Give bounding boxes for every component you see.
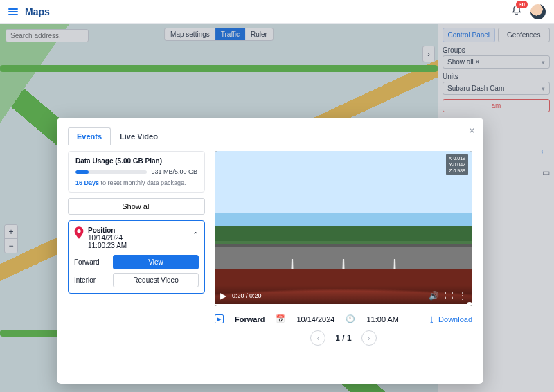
fullscreen-icon[interactable]: ⛶ bbox=[445, 291, 453, 301]
event-card: Position 10/14/2024 11:00:23 AM ⌃ Forwar… bbox=[68, 220, 205, 294]
data-usage-amount: 931 MB/5.00 GB bbox=[151, 168, 197, 175]
location-pin-icon bbox=[74, 226, 84, 241]
event-time: 11:00:23 AM bbox=[88, 242, 127, 249]
meta-time: 11:00 AM bbox=[366, 315, 398, 323]
calendar-icon: 📅 bbox=[276, 314, 285, 323]
show-all-button[interactable]: Show all bbox=[68, 198, 205, 215]
tab-events[interactable]: Events bbox=[68, 127, 111, 145]
volume-icon[interactable]: 🔊 bbox=[429, 291, 439, 301]
video-player[interactable]: X 0.019 Y-0.042 Z 0.988 ▶ 0:20 / 0:20 🔊 … bbox=[215, 151, 472, 306]
avatar[interactable] bbox=[530, 4, 546, 19]
video-meta-row: ▶ Forward 📅 10/14/2024 🕚 11:00 AM ⭳ Down… bbox=[215, 314, 472, 323]
event-date: 10/14/2024 bbox=[88, 234, 123, 242]
camera-label: Forward bbox=[235, 315, 265, 323]
play-button[interactable]: ▶ bbox=[220, 291, 226, 301]
svg-point-0 bbox=[77, 229, 80, 233]
data-usage-bar bbox=[75, 170, 147, 174]
data-usage-title: Data Usage (5.00 GB Plan) bbox=[75, 157, 197, 165]
modal-tabs: Events Live Video bbox=[68, 127, 472, 145]
view-button[interactable]: View bbox=[113, 255, 199, 269]
interior-label: Interior bbox=[74, 276, 107, 284]
chevron-up-icon[interactable]: ⌃ bbox=[193, 231, 199, 240]
clock-icon: 🕚 bbox=[346, 314, 355, 323]
forward-label: Forward bbox=[74, 258, 107, 266]
play-square-icon: ▶ bbox=[215, 314, 224, 323]
download-icon: ⭳ bbox=[428, 315, 436, 323]
data-usage-days: 16 Days bbox=[75, 179, 99, 186]
menu-icon[interactable] bbox=[8, 8, 18, 15]
event-title: Position bbox=[88, 226, 115, 234]
video-controls: ▶ 0:20 / 0:20 🔊 ⛶ ⋮ bbox=[215, 285, 472, 306]
data-usage-subtitle: to reset monthly data package. bbox=[99, 179, 186, 186]
event-video-modal: × Events Live Video Data Usage (5.00 GB … bbox=[57, 118, 483, 384]
more-icon[interactable]: ⋮ bbox=[458, 291, 467, 301]
tab-live-video[interactable]: Live Video bbox=[111, 127, 167, 145]
close-button[interactable]: × bbox=[469, 125, 475, 137]
page-title: Maps bbox=[25, 6, 50, 17]
data-usage-card: Data Usage (5.00 GB Plan) 931 MB/5.00 GB… bbox=[68, 151, 205, 193]
meta-date: 10/14/2024 bbox=[296, 315, 334, 323]
notification-bell[interactable]: 30 bbox=[511, 5, 522, 19]
request-video-button[interactable]: Request Video bbox=[113, 273, 199, 287]
notification-badge: 30 bbox=[516, 1, 528, 9]
accelerometer-overlay: X 0.019 Y-0.042 Z 0.988 bbox=[446, 154, 468, 175]
top-bar: Maps 30 bbox=[0, 0, 554, 24]
video-progress[interactable] bbox=[215, 304, 472, 306]
page-indicator: 1 / 1 bbox=[335, 333, 351, 343]
prev-page-button[interactable]: ‹ bbox=[310, 330, 325, 346]
next-page-button[interactable]: › bbox=[361, 330, 377, 346]
download-button[interactable]: ⭳ Download bbox=[428, 315, 472, 323]
pager: ‹ 1 / 1 › bbox=[215, 330, 472, 346]
video-time: 0:20 / 0:20 bbox=[232, 292, 262, 299]
